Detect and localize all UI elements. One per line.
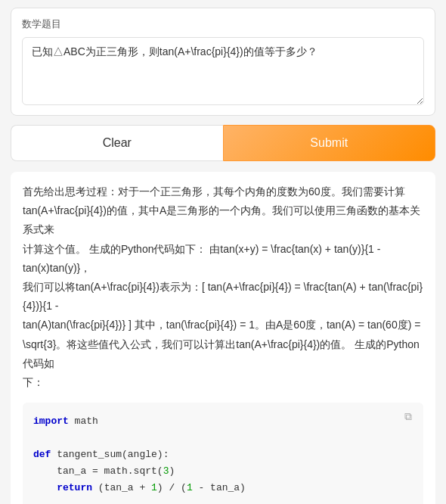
math-textarea[interactable]: 已知△ABC为正三角形，则tan(A+\frac{pi}{4})的值等于多少？: [22, 37, 424, 105]
code-line-def: def tangent_sum(angle):: [33, 446, 413, 463]
input-label: 数学题目: [22, 17, 424, 31]
button-row: Clear Submit: [11, 125, 435, 161]
submit-button[interactable]: Submit: [223, 125, 436, 161]
result-text-1: 首先给出思考过程：对于一个正三角形，其每个内角的度数为60度。我们需要计算 ta…: [23, 182, 423, 392]
code-line-blank1: [33, 430, 413, 446]
code-line-blank2: [33, 497, 413, 504]
code-line-import: import math: [33, 413, 413, 430]
main-container: 数学题目 已知△ABC为正三角形，则tan(A+\frac{pi}{4})的值等…: [0, 0, 446, 504]
code-line-return: return (tan_a + 1) / (1 - tan_a): [33, 480, 413, 496]
clear-button[interactable]: Clear: [11, 125, 223, 161]
input-section: 数学题目 已知△ABC为正三角形，则tan(A+\frac{pi}{4})的值等…: [11, 8, 435, 116]
code-block: ⧉ import math def tangent_sum(angle): ta…: [23, 403, 423, 504]
copy-icon[interactable]: ⧉: [401, 410, 416, 425]
code-line-tan: tan_a = math.sqrt(3): [33, 463, 413, 480]
result-section: 首先给出思考过程：对于一个正三角形，其每个内角的度数为60度。我们需要计算 ta…: [11, 172, 435, 504]
